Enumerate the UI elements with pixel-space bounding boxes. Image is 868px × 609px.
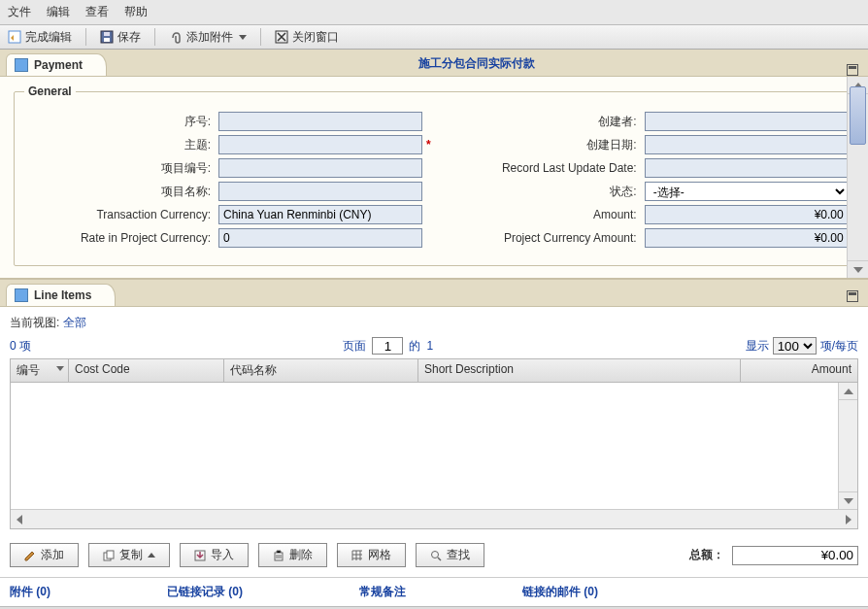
seq-input[interactable] xyxy=(218,112,422,131)
grid-header-row: 编号 Cost Code 代码名称 Short Description Amou… xyxy=(11,359,857,383)
toolbar-divider xyxy=(85,28,86,46)
import-button[interactable]: 导入 xyxy=(180,543,249,567)
pencil-icon xyxy=(24,550,36,561)
status-select[interactable]: -选择- xyxy=(645,182,849,201)
page-input[interactable] xyxy=(372,337,403,355)
maximize-icon[interactable] xyxy=(847,64,858,76)
proj-amount-input[interactable] xyxy=(645,228,849,248)
payment-tab[interactable]: Payment xyxy=(6,53,107,76)
save-label: 保存 xyxy=(117,29,141,46)
total-group: 总额： xyxy=(689,546,858,565)
scroll-up-icon[interactable] xyxy=(839,383,857,400)
menu-edit[interactable]: 编辑 xyxy=(47,4,70,20)
scroll-down-icon[interactable] xyxy=(839,491,857,509)
general-notes-link[interactable]: 常规备注 xyxy=(359,584,406,600)
maximize-icon[interactable] xyxy=(847,290,858,302)
finish-edit-label: 完成编辑 xyxy=(25,29,72,46)
amount-label: Amount: xyxy=(451,208,645,221)
line-items-body: 当前视图: 全部 0 项 页面 的 1 显示 100 项/每页 编号 Cost … xyxy=(0,307,868,533)
grid-vertical-scrollbar[interactable] xyxy=(838,383,857,509)
action-row: 添加 复制 导入 删除 网格 查找 总额： xyxy=(0,533,868,578)
add-button[interactable]: 添加 xyxy=(10,543,79,567)
record-last-update-label: Record Last Update Date: xyxy=(451,161,645,175)
create-date-label: 创建日期: xyxy=(451,137,645,153)
item-count: 0 项 xyxy=(10,338,31,355)
show-select[interactable]: 100 xyxy=(773,337,817,355)
scroll-down-icon[interactable] xyxy=(848,260,868,278)
current-view-value[interactable]: 全部 xyxy=(63,316,86,329)
amount-input[interactable] xyxy=(645,205,849,224)
attachments-link[interactable]: 附件 (0) xyxy=(10,584,50,600)
note-icon xyxy=(15,58,28,72)
scroll-thumb[interactable] xyxy=(850,86,866,145)
find-label: 查找 xyxy=(447,547,470,563)
svg-rect-2 xyxy=(104,38,110,42)
import-label: 导入 xyxy=(211,547,234,563)
line-items-grid: 编号 Cost Code 代码名称 Short Description Amou… xyxy=(10,358,858,529)
menu-help[interactable]: 帮助 xyxy=(124,4,148,20)
add-attachment-button[interactable]: 添加附件 xyxy=(169,29,247,46)
current-view-label: 当前视图: xyxy=(10,316,59,329)
general-fieldset: General 序号: 主题: * 项目编号: 项目名称: xyxy=(14,85,867,266)
search-icon xyxy=(430,550,442,561)
col-amount[interactable]: Amount xyxy=(741,359,857,382)
col-code-name[interactable]: 代码名称 xyxy=(224,359,418,382)
total-label: 总额： xyxy=(689,547,724,563)
finish-edit-button[interactable]: 完成编辑 xyxy=(8,29,72,46)
rate-label: Rate in Project Currency: xyxy=(24,231,218,245)
add-attachment-label: 添加附件 xyxy=(186,29,233,46)
scroll-right-icon[interactable] xyxy=(840,511,857,528)
linked-mails-link[interactable]: 链接的邮件 (0) xyxy=(522,584,598,600)
record-last-update-input[interactable] xyxy=(645,158,849,178)
vertical-scrollbar[interactable] xyxy=(847,77,868,278)
creator-input[interactable] xyxy=(645,112,849,131)
grid-button[interactable]: 网格 xyxy=(337,543,406,567)
chevron-down-icon xyxy=(239,35,247,40)
col-cost-code[interactable]: Cost Code xyxy=(69,359,224,382)
grid-horizontal-scrollbar[interactable] xyxy=(11,509,857,528)
add-label: 添加 xyxy=(41,547,64,563)
chevron-up-icon xyxy=(148,553,155,558)
rate-input[interactable] xyxy=(218,228,422,248)
menu-view[interactable]: 查看 xyxy=(85,4,109,20)
total-input[interactable] xyxy=(732,546,858,565)
page-total: 1 xyxy=(426,339,433,353)
scroll-left-icon[interactable] xyxy=(11,511,28,528)
linked-records-link[interactable]: 已链接记录 (0) xyxy=(167,584,243,600)
svg-rect-3 xyxy=(104,32,110,36)
close-window-label: 关闭窗口 xyxy=(292,29,339,46)
close-icon xyxy=(275,30,288,44)
col-no[interactable]: 编号 xyxy=(11,359,69,382)
footer-links: 附件 (0) 已链接记录 (0) 常规备注 链接的邮件 (0) xyxy=(0,578,868,606)
close-window-button[interactable]: 关闭窗口 xyxy=(275,29,339,46)
trash-icon xyxy=(273,550,284,561)
project-name-input[interactable] xyxy=(218,182,422,201)
page-of-label: 的 xyxy=(409,338,420,355)
menu-file[interactable]: 文件 xyxy=(8,4,31,20)
txn-currency-input[interactable] xyxy=(218,205,422,224)
pager-row: 0 项 页面 的 1 显示 100 项/每页 xyxy=(10,337,858,355)
toolbar-divider xyxy=(260,28,261,46)
svg-rect-6 xyxy=(107,551,114,558)
col-short-desc[interactable]: Short Description xyxy=(418,359,741,382)
show-label: 显示 xyxy=(746,338,769,355)
toolbar: 完成编辑 保存 添加附件 关闭窗口 xyxy=(0,25,868,50)
finish-edit-icon xyxy=(8,30,21,44)
project-no-input[interactable] xyxy=(218,158,422,178)
page-header: Payment 施工分包合同实际付款 xyxy=(0,50,868,77)
project-name-label: 项目名称: xyxy=(24,184,218,200)
copy-button[interactable]: 复制 xyxy=(88,543,170,567)
page-title: 施工分包合同实际付款 xyxy=(107,50,847,76)
status-label: 状态: xyxy=(451,184,645,200)
toolbar-divider xyxy=(154,28,155,46)
creator-label: 创建者: xyxy=(451,114,645,130)
payment-tab-label: Payment xyxy=(34,58,83,72)
menubar: 文件 编辑 查看 帮助 xyxy=(0,0,868,25)
save-button[interactable]: 保存 xyxy=(100,29,141,46)
remove-button[interactable]: 删除 xyxy=(258,543,327,567)
find-button[interactable]: 查找 xyxy=(416,543,484,567)
paperclip-icon xyxy=(169,30,183,44)
subject-input[interactable] xyxy=(218,135,422,154)
create-date-input[interactable] xyxy=(645,135,849,154)
line-items-tab[interactable]: Line Items xyxy=(6,284,116,306)
